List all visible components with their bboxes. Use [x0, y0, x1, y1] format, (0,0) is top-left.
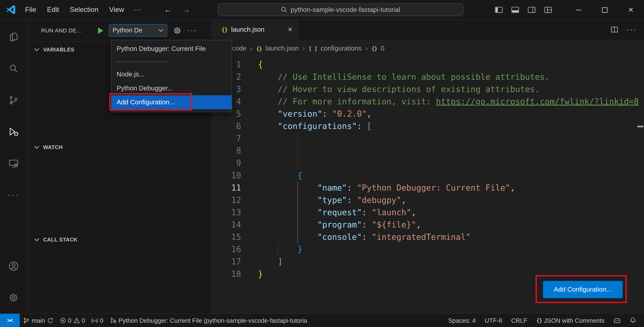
code-line[interactable]: 7 — [212, 132, 644, 144]
dropdown-item[interactable]: Python Debugger... — [111, 81, 232, 95]
menu-view[interactable]: View — [104, 4, 130, 16]
code-line[interactable]: 8 — [212, 144, 644, 157]
open-launch-json-button[interactable] — [173, 26, 182, 35]
code-editor[interactable]: 1{2 // Use IntelliSense to learn about p… — [212, 58, 644, 314]
code-line[interactable]: 14 "program": "${file}", — [212, 218, 644, 231]
code-text[interactable]: } — [241, 268, 263, 280]
indentation-status[interactable]: Spaces: 4 — [444, 317, 480, 324]
debug-status[interactable]: Python Debugger: Current File (python-sa… — [106, 314, 310, 327]
code-line[interactable]: 3 // Hover to view descriptions of exist… — [212, 83, 644, 95]
minimize-button[interactable] — [565, 0, 592, 20]
encoding-status[interactable]: UTF-8 — [480, 317, 507, 324]
menu-selection[interactable]: Selection — [64, 4, 104, 16]
line-number[interactable]: 17 — [212, 256, 241, 268]
code-text[interactable]: } — [241, 243, 302, 256]
line-number[interactable]: 10 — [212, 169, 241, 182]
editor-more-actions-button[interactable]: ··· — [627, 25, 636, 34]
code-line[interactable]: 18} — [212, 268, 644, 280]
toggle-panel-button[interactable] — [507, 0, 523, 20]
code-text[interactable]: "request": "launch", — [241, 206, 416, 218]
breadcrumb-item-folder[interactable]: code — [232, 45, 246, 52]
code-text[interactable]: { — [241, 58, 263, 70]
code-text[interactable] — [241, 144, 258, 157]
code-text[interactable]: { — [241, 169, 302, 182]
copilot-status[interactable] — [609, 317, 625, 324]
menu-overflow[interactable]: ··· — [130, 4, 146, 16]
call-stack-section-header[interactable]: CALL STACK — [27, 232, 212, 247]
command-center[interactable]: python-sample-vscode-fastapi-tutorial — [218, 3, 463, 16]
line-number[interactable]: 9 — [212, 157, 241, 169]
code-text[interactable]: ] — [241, 256, 283, 268]
activity-account[interactable] — [0, 250, 27, 282]
line-number[interactable]: 8 — [212, 144, 241, 157]
activity-explorer[interactable] — [0, 21, 27, 52]
code-line[interactable]: 4 // For more information, visit: https:… — [212, 95, 644, 108]
dropdown-item[interactable]: Python Debugger: Current File — [111, 42, 232, 56]
code-text[interactable]: // Use IntelliSense to learn about possi… — [241, 70, 550, 83]
ports-status[interactable]: 0 — [88, 314, 106, 327]
line-number[interactable]: 13 — [212, 206, 241, 218]
line-number[interactable]: 11 — [212, 182, 241, 194]
code-line[interactable]: 9 — [212, 157, 644, 169]
dropdown-item-add-configuration[interactable]: Add Configuration... — [111, 95, 232, 109]
code-line[interactable]: 16 } — [212, 243, 644, 256]
activity-settings[interactable] — [0, 282, 27, 314]
debug-configuration-select[interactable]: Python De — [109, 24, 167, 36]
menu-edit[interactable]: Edit — [42, 4, 64, 16]
toggle-secondary-sidebar-button[interactable] — [523, 0, 540, 20]
line-number[interactable]: 14 — [212, 218, 241, 231]
code-line[interactable]: 13 "request": "launch", — [212, 206, 644, 218]
maximize-button[interactable] — [592, 0, 618, 20]
breadcrumb-item-symbol[interactable]: configurations — [321, 45, 362, 52]
code-text[interactable]: "configurations": [ — [241, 120, 372, 132]
activity-source-control[interactable] — [0, 84, 27, 116]
code-text[interactable]: "type": "debugpy", — [241, 194, 406, 206]
code-line[interactable]: 5 "version": "0.2.0", — [212, 108, 644, 120]
tab-launch-json[interactable]: {} launch.json × — [212, 20, 298, 40]
code-text[interactable]: // Hover to view descriptions of existin… — [241, 83, 540, 95]
activity-search[interactable] — [0, 52, 27, 84]
activity-more[interactable]: ··· — [0, 179, 27, 211]
eol-status[interactable]: CRLF — [507, 317, 532, 324]
code-text[interactable]: "name": "Python Debugger: Current File", — [241, 182, 515, 194]
code-text[interactable] — [241, 157, 258, 169]
start-debugging-button[interactable] — [97, 26, 104, 34]
add-configuration-button[interactable]: Add Configuration... — [543, 281, 623, 298]
code-line[interactable]: 6 "configurations": [ — [212, 120, 644, 132]
breadcrumb-item-symbol[interactable]: 0 — [381, 45, 384, 52]
dropdown-item[interactable]: Node.js... — [111, 67, 232, 81]
notifications-bell[interactable] — [625, 317, 641, 324]
close-window-button[interactable]: × — [618, 0, 644, 20]
close-tab-button[interactable]: × — [288, 25, 292, 34]
code-text[interactable]: "version": "0.2.0", — [241, 108, 372, 120]
code-line[interactable]: 15 "console": "integratedTerminal" — [212, 231, 644, 243]
remote-indicator[interactable]: >< — [0, 314, 20, 327]
code-line[interactable]: 1{ — [212, 58, 644, 70]
line-number[interactable]: 6 — [212, 120, 241, 132]
code-line[interactable]: 10 { — [212, 169, 644, 182]
views-more-actions-button[interactable]: ··· — [187, 26, 197, 35]
forward-button[interactable]: → — [182, 5, 190, 14]
watch-section-header[interactable]: WATCH — [27, 139, 212, 155]
line-number[interactable]: 16 — [212, 243, 241, 256]
code-text[interactable]: "console": "integratedTerminal" — [241, 231, 471, 243]
menu-file[interactable]: File — [20, 4, 42, 16]
language-mode-status[interactable]: {} JSON with Comments — [532, 317, 609, 324]
toggle-primary-sidebar-button[interactable] — [490, 0, 507, 20]
code-text[interactable]: "program": "${file}", — [241, 218, 421, 231]
code-text[interactable]: // For more information, visit: https://… — [241, 95, 639, 108]
breadcrumb-item-file[interactable]: launch.json — [266, 45, 299, 52]
code-text[interactable] — [241, 132, 258, 144]
code-line[interactable]: 17 ] — [212, 256, 644, 268]
code-line[interactable]: 11 "name": "Python Debugger: Current Fil… — [212, 182, 644, 194]
activity-remote-explorer[interactable] — [0, 148, 27, 179]
line-number[interactable]: 7 — [212, 132, 241, 144]
activity-run-debug[interactable] — [0, 116, 27, 148]
code-line[interactable]: 2 // Use IntelliSense to learn about pos… — [212, 70, 644, 83]
git-branch-status[interactable]: main — [20, 314, 56, 327]
customize-layout-button[interactable] — [540, 0, 556, 20]
line-number[interactable]: 12 — [212, 194, 241, 206]
back-button[interactable]: ← — [164, 5, 172, 14]
split-editor-button[interactable] — [610, 26, 618, 34]
code-line[interactable]: 12 "type": "debugpy", — [212, 194, 644, 206]
